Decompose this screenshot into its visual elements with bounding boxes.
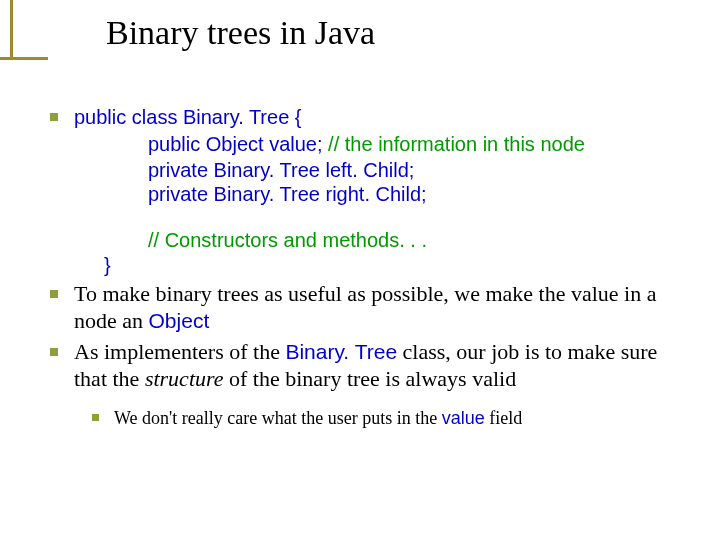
sub-bullet-b: field xyxy=(485,408,523,428)
slide-title: Binary trees in Java xyxy=(106,14,375,52)
bullet-icon xyxy=(50,290,58,298)
slide-body: public class Binary. Tree { public Objec… xyxy=(44,104,688,430)
code-line-4: private Binary. Tree right. Child; xyxy=(74,182,688,206)
bullet-impl-c: of the binary tree is always valid xyxy=(224,366,517,391)
bullet-impl-code: Binary. Tree xyxy=(285,340,397,363)
bullet-code: public class Binary. Tree { public Objec… xyxy=(44,104,688,277)
bullet-impl-italic: structure xyxy=(145,366,224,391)
sub-bullet-code: value xyxy=(442,408,485,428)
code-line-2-comment: // the information in this node xyxy=(323,133,585,155)
sub-bullet-value: We don't really care what the user puts … xyxy=(44,407,688,430)
bullet-object: To make binary trees as useful as possib… xyxy=(44,281,688,335)
bullet-icon xyxy=(50,113,58,121)
bullet-object-code: Object xyxy=(149,309,210,332)
sub-bullet-a: We don't really care what the user puts … xyxy=(114,408,442,428)
bullet-implementers: As implementers of the Binary. Tree clas… xyxy=(44,339,688,393)
code-line-1: public class Binary. Tree { xyxy=(74,106,302,128)
accent-vertical xyxy=(10,0,13,60)
bullet-impl-a: As implementers of the xyxy=(74,339,285,364)
slide: Binary trees in Java public class Binary… xyxy=(0,0,720,540)
bullet-icon xyxy=(92,414,99,421)
accent-horizontal xyxy=(0,57,48,60)
code-line-5-comment: // Constructors and methods. . . xyxy=(74,228,688,252)
bullet-icon xyxy=(50,348,58,356)
code-line-3: private Binary. Tree left. Child; xyxy=(74,158,688,182)
code-line-6: } xyxy=(74,253,688,277)
code-line-2: public Object value; xyxy=(148,133,323,155)
